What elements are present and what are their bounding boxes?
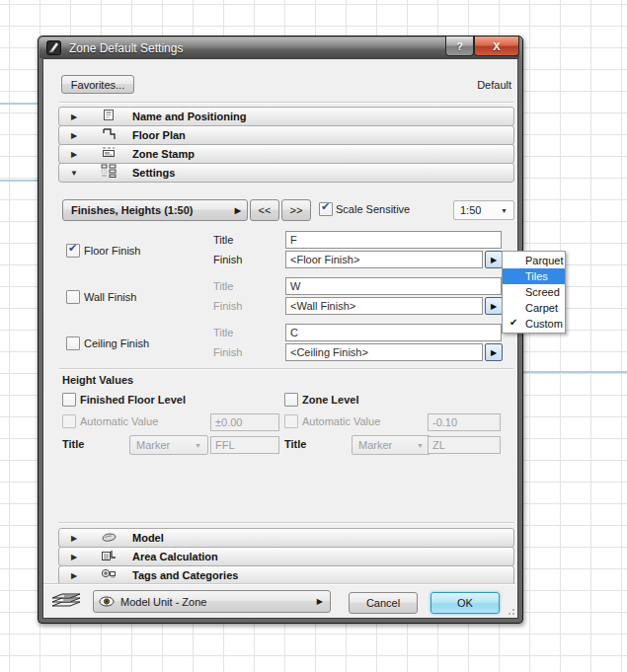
finish-scheme-dropdown[interactable]: Finishes, Heights (1:50) ▶ — [62, 199, 248, 221]
floor-finish-checkbox[interactable] — [66, 244, 80, 258]
wall-finish-flyout-button[interactable]: ▶ — [485, 297, 503, 315]
flyout-arrow-icon: ▶ — [317, 597, 323, 606]
ffl-marker-select[interactable]: Marker ▼ — [129, 435, 208, 455]
ceiling-title-field[interactable]: C — [285, 324, 502, 341]
menu-item-parquet[interactable]: Parquet — [503, 253, 565, 268]
menu-item-label: Tiles — [525, 270, 548, 282]
dropdown-arrow-icon: ▼ — [417, 442, 424, 449]
title-label: Title — [213, 327, 233, 338]
grid-accent-line — [0, 103, 38, 105]
menu-item-tiles[interactable]: Tiles — [503, 268, 565, 284]
section-tags-and-categories[interactable]: ▶ Tags and Categories — [58, 565, 514, 585]
archicad-app-icon — [46, 40, 61, 55]
floor-finish-field[interactable]: <Floor Finish> — [285, 251, 483, 268]
prev-label: << — [259, 204, 272, 216]
wall-finish-label: Wall Finish — [84, 291, 136, 303]
ffl-value-field[interactable]: ±0.00 — [210, 413, 279, 431]
section-zone-stamp[interactable]: ▶ Zone Stamp — [58, 144, 514, 164]
scale-sensitive-checkbox[interactable] — [319, 202, 333, 216]
flyout-arrow-icon: ▶ — [491, 256, 497, 264]
flyout-arrow-icon: ▶ — [491, 348, 497, 357]
separator — [58, 522, 514, 524]
flyout-arrow-icon: ▶ — [491, 302, 497, 311]
wall-finish-field[interactable]: <Wall Finish> — [285, 297, 483, 315]
model-unit-label: Model Unit - Zone — [120, 596, 206, 608]
area-calculation-icon — [89, 548, 128, 565]
section-label: Settings — [132, 167, 175, 179]
zl-marker-select[interactable]: Marker ▼ — [352, 435, 431, 455]
floor-title-field[interactable]: F — [285, 231, 502, 249]
name-positioning-icon — [89, 108, 128, 125]
separator — [43, 583, 515, 585]
close-button[interactable]: X — [474, 37, 519, 56]
dropdown-arrow-icon: ▼ — [195, 442, 201, 449]
previous-scheme-button[interactable]: << — [250, 199, 279, 221]
zone-level-checkbox[interactable] — [284, 393, 298, 407]
section-floor-plan[interactable]: ▶ Floor Plan — [58, 125, 514, 145]
height-values-heading: Height Values — [62, 374, 133, 386]
ceiling-finish-field[interactable]: <Ceiling Finish> — [285, 343, 483, 361]
menu-item-label: Custom — [525, 318, 563, 330]
next-label: >> — [290, 204, 303, 216]
ceiling-finish-checkbox[interactable] — [66, 336, 80, 350]
floor-plan-icon — [89, 126, 128, 144]
marker-value: Marker — [136, 439, 170, 451]
tags-categories-icon — [89, 566, 128, 584]
section-settings[interactable]: ▼ Settings — [58, 163, 514, 183]
ffl-title-field[interactable]: FFL — [210, 436, 279, 454]
grid-accent-line — [0, 180, 38, 182]
resize-grip[interactable] — [507, 607, 514, 615]
title-label: Title — [213, 280, 233, 292]
zl-title-field[interactable]: ZL — [428, 436, 501, 454]
wall-finish-checkbox[interactable] — [66, 290, 80, 304]
ceiling-finish-flyout-button[interactable]: ▶ — [485, 343, 503, 361]
cancel-button[interactable]: Cancel — [349, 592, 418, 614]
menu-item-screed[interactable]: Screed — [503, 284, 565, 300]
default-status-label: Default — [477, 79, 511, 91]
section-model[interactable]: ▶ Model — [58, 528, 514, 548]
title-label: Title — [213, 234, 233, 246]
menu-item-custom[interactable]: ✔ Custom — [503, 316, 565, 332]
favorites-button[interactable]: Favorites... — [61, 75, 134, 94]
section-label: Name and Positioning — [132, 111, 247, 122]
ok-button[interactable]: OK — [431, 592, 500, 614]
automatic-value-label: Automatic Value — [302, 415, 380, 427]
chevron-right-icon: ▶ — [59, 150, 89, 159]
separator — [59, 368, 513, 370]
wall-title-field[interactable]: W — [285, 277, 502, 295]
zone-stamp-icon — [89, 145, 128, 163]
zone-level-label: Zone Level — [302, 394, 358, 406]
next-scheme-button[interactable]: >> — [281, 199, 311, 221]
grid-accent-line — [521, 371, 627, 373]
scale-select[interactable]: 1:50 ▼ — [453, 200, 514, 220]
zl-value-field[interactable]: -0.10 — [428, 413, 501, 431]
cancel-label: Cancel — [366, 597, 400, 609]
layers-icon — [49, 590, 85, 615]
separator — [59, 102, 513, 104]
drawing-canvas[interactable]: Zone Default Settings ? X Favorites... D… — [0, 0, 627, 672]
menu-item-carpet[interactable]: Carpet — [503, 300, 565, 316]
finish-label: Finish — [213, 346, 242, 358]
zl-automatic-value-checkbox[interactable] — [284, 414, 298, 428]
section-area-calculation[interactable]: ▶ Area Calculation — [58, 547, 514, 566]
eye-icon — [99, 596, 115, 607]
finished-floor-level-checkbox[interactable] — [62, 393, 76, 407]
flyout-arrow-icon: ▶ — [235, 206, 241, 215]
chevron-down-icon: ▼ — [59, 169, 89, 178]
help-button[interactable]: ? — [445, 37, 474, 56]
model-unit-zone-dropdown[interactable]: Model Unit - Zone ▶ — [93, 590, 331, 613]
finished-floor-level-label: Finished Floor Level — [80, 394, 186, 406]
chevron-right-icon: ▶ — [59, 112, 89, 121]
ffl-automatic-value-checkbox[interactable] — [62, 414, 76, 428]
floor-finish-flyout-button[interactable]: ▶ — [485, 251, 503, 268]
section-label: Area Calculation — [132, 551, 218, 562]
marker-value: Marker — [358, 439, 392, 451]
menu-item-label: Screed — [525, 286, 560, 298]
menu-item-label: Carpet — [525, 302, 558, 314]
section-name-and-positioning[interactable]: ▶ Name and Positioning — [58, 107, 514, 126]
menu-item-label: Parquet — [525, 255, 564, 266]
finish-popup-menu: Parquet Tiles Screed Carpet ✔ Custom — [502, 251, 566, 334]
ffl-title-label: Title — [62, 438, 84, 450]
help-glyph: ? — [456, 40, 463, 52]
ok-label: OK — [457, 597, 473, 609]
